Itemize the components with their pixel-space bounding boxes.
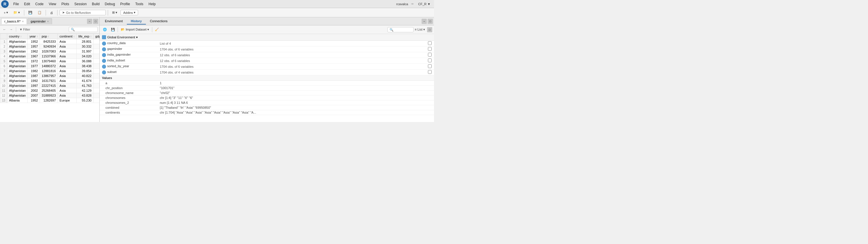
env-row[interactable]: country_data List of 4 bbox=[100, 41, 434, 46]
col-header-year[interactable]: year ↕ bbox=[28, 34, 40, 39]
menu-help[interactable]: Help bbox=[146, 1, 158, 7]
continent-sort-icon[interactable]: ↕ bbox=[73, 35, 75, 38]
values-header: Values bbox=[100, 75, 434, 81]
env-checkbox-cell[interactable] bbox=[426, 64, 434, 70]
table-cell: Asia bbox=[58, 59, 76, 64]
layout-button[interactable]: ⊞ ▾ bbox=[110, 10, 119, 15]
table-cell: 6 bbox=[0, 64, 7, 69]
table-cell: 2 bbox=[0, 44, 7, 49]
go-to-file-input[interactable]: ➤ Go to file/function bbox=[60, 10, 106, 15]
col-header-country[interactable]: country ↕ bbox=[7, 34, 28, 39]
env-checkbox[interactable] bbox=[428, 53, 432, 57]
filter-button[interactable]: ▼ Filter bbox=[18, 27, 31, 32]
list-button[interactable]: ≡ List ▾ bbox=[415, 28, 425, 31]
env-name-cell: india_subset bbox=[100, 58, 157, 64]
env-checkbox-cell[interactable] bbox=[426, 70, 434, 75]
table-cell: Afghanistan bbox=[7, 44, 28, 49]
table-row: 5Afghanistan197213079460Asia36.088739.98… bbox=[0, 59, 100, 64]
right-minimize-button[interactable]: − bbox=[422, 19, 427, 24]
clear-workspace-button[interactable]: 🧹 bbox=[153, 27, 160, 32]
menu-plots[interactable]: Plots bbox=[59, 1, 72, 7]
r-logo[interactable]: R bbox=[1, 0, 9, 8]
load-icon: 🌐 bbox=[103, 28, 107, 31]
tab-history[interactable]: History bbox=[127, 18, 146, 25]
tab-environment[interactable]: Environment bbox=[101, 18, 127, 25]
new-file-button[interactable]: + ▾ bbox=[2, 10, 10, 15]
save-workspace-button[interactable]: 💾 bbox=[110, 27, 117, 32]
env-checkbox[interactable] bbox=[428, 64, 432, 68]
load-workspace-button[interactable]: 🌐 bbox=[101, 27, 108, 32]
env-checkbox[interactable] bbox=[428, 47, 432, 51]
forward-button[interactable]: → bbox=[8, 27, 14, 32]
menu-code[interactable]: Code bbox=[33, 1, 46, 7]
user-icon[interactable]: ⇒ bbox=[411, 2, 413, 6]
back-button[interactable]: ← bbox=[2, 27, 7, 32]
life-exp-sort-icon[interactable]: ↕ bbox=[90, 35, 92, 38]
env-checkbox-cell[interactable] bbox=[426, 58, 434, 64]
country-sort-icon[interactable]: ↕ bbox=[20, 35, 22, 38]
table-cell: 820.8530 bbox=[93, 44, 99, 49]
environment-tab-label: Environment bbox=[105, 19, 123, 23]
menu-build[interactable]: Build bbox=[90, 1, 102, 7]
menu-file[interactable]: File bbox=[11, 1, 21, 7]
gdp-col-label: gdp_per_cap bbox=[95, 35, 99, 38]
menu-tools[interactable]: Tools bbox=[133, 1, 146, 7]
table-row: 9Afghanistan199216317921Asia41.674649.34… bbox=[0, 78, 100, 83]
env-checkbox[interactable] bbox=[428, 41, 432, 45]
tab-gapminder[interactable]: gapminder × bbox=[27, 18, 52, 24]
env-row[interactable]: india_gapminder 12 obs. of 6 variables bbox=[100, 52, 434, 58]
maximize-pane-button[interactable]: □ bbox=[93, 19, 98, 24]
open-file-button[interactable]: 📁 ▾ bbox=[11, 10, 22, 15]
addins-button[interactable]: Addins ▾ bbox=[121, 10, 138, 15]
table-cell: Asia bbox=[58, 78, 76, 83]
toolbar-sep3 bbox=[57, 10, 58, 15]
table-cell: 9240934 bbox=[40, 44, 58, 49]
table-cell: 1967 bbox=[28, 54, 40, 59]
env-search-input[interactable] bbox=[388, 27, 413, 32]
tab-r-basics[interactable]: r_basics.R* × bbox=[1, 18, 27, 24]
right-toolbar-sep bbox=[118, 27, 118, 32]
env-checkbox-cell[interactable] bbox=[426, 41, 434, 46]
table-cell: 14880372 bbox=[40, 64, 58, 69]
import-dataset-button[interactable]: 📂 Import Dataset ▾ bbox=[119, 27, 151, 32]
right-toolbar-sep2 bbox=[152, 27, 152, 32]
env-expand-button[interactable]: □ bbox=[427, 27, 432, 32]
value-name-cell: chr_position bbox=[100, 86, 157, 91]
toolbar: + ▾ 📁 ▾ 💾 📋 🖨 ➤ Go to file/function ⊞ ▾ … bbox=[0, 8, 434, 17]
env-checkbox[interactable] bbox=[428, 70, 432, 74]
col-header-gdp[interactable]: gdp_per_cap ↕ bbox=[93, 34, 99, 39]
table-cell: 649.3414 bbox=[93, 78, 99, 83]
env-row[interactable]: india_subset 12 obs. of 6 variables bbox=[100, 58, 434, 64]
minimize-pane-button[interactable]: − bbox=[87, 19, 92, 24]
tab-connections[interactable]: Connections bbox=[146, 18, 172, 25]
env-row[interactable]: sorted_by_year 1704 obs. of 6 variables bbox=[100, 64, 434, 70]
env-row[interactable]: gapminder 1704 obs. of 6 variables bbox=[100, 46, 434, 52]
col-header-continent[interactable]: continent ↕ bbox=[58, 34, 76, 39]
menu-edit[interactable]: Edit bbox=[22, 1, 32, 7]
menu-profile[interactable]: Profile bbox=[118, 1, 132, 7]
env-checkbox-cell[interactable] bbox=[426, 46, 434, 52]
pop-sort-icon[interactable]: ↕ bbox=[48, 35, 50, 38]
print-button[interactable]: 🖨 bbox=[48, 10, 55, 15]
env-checkbox[interactable] bbox=[428, 59, 432, 62]
right-maximize-button[interactable]: □ bbox=[428, 19, 433, 24]
col-header-life-exp[interactable]: life_exp ↕ bbox=[76, 34, 93, 39]
filter-search-input[interactable] bbox=[69, 27, 98, 32]
menu-debug[interactable]: Debug bbox=[102, 1, 117, 7]
global-env-header[interactable]: Global Environment ▾ bbox=[100, 34, 434, 41]
env-name-cell: country_data bbox=[100, 41, 157, 46]
menu-session[interactable]: Session bbox=[72, 1, 89, 7]
env-checkbox-cell[interactable] bbox=[426, 52, 434, 58]
menu-view[interactable]: View bbox=[46, 1, 59, 7]
save-button[interactable]: 💾 bbox=[26, 10, 34, 15]
col-header-pop[interactable]: pop ↕ bbox=[40, 34, 58, 39]
save-all-button[interactable]: 📋 bbox=[35, 10, 43, 15]
project-label[interactable]: CF_R ▼ bbox=[416, 2, 433, 6]
table-cell: 36.088 bbox=[76, 59, 93, 64]
env-row[interactable]: subset 1704 obs. of 4 variables bbox=[100, 70, 434, 75]
continent-col-label: continent bbox=[60, 35, 72, 38]
import-icon: 📂 bbox=[121, 28, 125, 31]
year-sort-icon[interactable]: ↕ bbox=[37, 35, 38, 38]
gapminder-close-icon[interactable]: × bbox=[47, 20, 49, 23]
r-basics-close-icon[interactable]: × bbox=[22, 20, 24, 23]
